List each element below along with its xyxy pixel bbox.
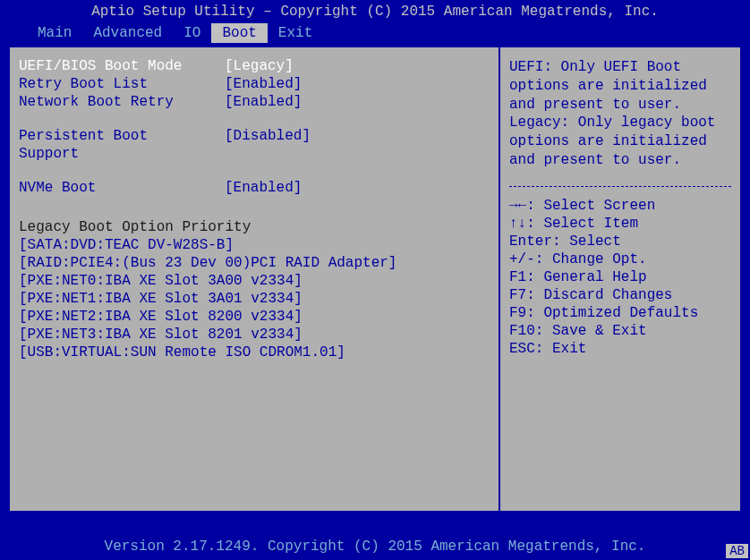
main-panel: UEFI/BIOS Boot Mode [Legacy] Retry Boot …: [9, 47, 499, 512]
setting-label: Support: [19, 146, 225, 162]
setting-retry-boot-list[interactable]: Retry Boot List [Enabled]: [19, 76, 490, 92]
menu-advanced[interactable]: Advanced: [82, 23, 173, 43]
setting-network-boot-retry[interactable]: Network Boot Retry [Enabled]: [19, 94, 490, 110]
boot-item[interactable]: [PXE:NET3:IBA XE Slot 8201 v2334]: [19, 327, 490, 343]
boot-item[interactable]: [PXE:NET1:IBA XE Slot 3A01 v2334]: [19, 291, 490, 307]
setting-value: [Disabled]: [225, 128, 311, 144]
key-hint-enter: Enter: Select: [509, 233, 731, 250]
menu-exit[interactable]: Exit: [268, 23, 323, 43]
setting-persistent-boot-support[interactable]: Persistent Boot [Disabled]: [19, 128, 490, 144]
boot-item[interactable]: [SATA:DVD:TEAC DV-W28S-B]: [19, 237, 490, 253]
divider: [509, 186, 731, 187]
key-hint-discard-changes: F7: Discard Changes: [509, 287, 731, 303]
boot-item[interactable]: [RAID:PCIE4:(Bus 23 Dev 00)PCI RAID Adap…: [19, 255, 490, 271]
setting-label: Retry Boot List: [19, 76, 225, 92]
setting-value: [Enabled]: [225, 76, 302, 92]
boot-item[interactable]: [PXE:NET2:IBA XE Slot 8200 v2334]: [19, 309, 490, 325]
setting-label: Network Boot Retry: [19, 94, 225, 110]
footer-text: Version 2.17.1249. Copyright (C) 2015 Am…: [0, 533, 750, 560]
menu-boot[interactable]: Boot: [211, 23, 267, 43]
menu-io[interactable]: IO: [173, 23, 211, 43]
key-hint-save-exit: F10: Save & Exit: [509, 323, 731, 339]
setting-value: [Legacy]: [225, 58, 294, 74]
setting-label: NVMe Boot: [19, 180, 225, 196]
key-hint-optimized-defaults: F9: Optimized Defaults: [509, 305, 731, 321]
boot-item[interactable]: [PXE:NET0:IBA XE Slot 3A00 v2334]: [19, 273, 490, 289]
menu-main[interactable]: Main: [27, 23, 82, 43]
setting-label: Persistent Boot: [19, 128, 225, 144]
setting-label: UEFI/BIOS Boot Mode: [19, 58, 225, 74]
menubar: Main Advanced IO Boot Exit: [0, 23, 750, 47]
setting-uefi-bios-boot-mode[interactable]: UEFI/BIOS Boot Mode [Legacy]: [19, 58, 490, 74]
key-hint-select-item: ↑↓: Select Item: [509, 216, 731, 232]
key-hint-general-help: F1: General Help: [509, 269, 731, 285]
setting-persistent-boot-support-line2: Support: [19, 146, 490, 162]
help-panel: UEFI: Only UEFI Boot options are initial…: [499, 47, 741, 512]
setting-value: [Enabled]: [225, 94, 302, 110]
help-text: UEFI: Only UEFI Boot options are initial…: [509, 58, 731, 170]
corner-label: AB: [726, 544, 748, 558]
boot-item[interactable]: [USB:VIRTUAL:SUN Remote ISO CDROM1.01]: [19, 344, 490, 361]
setting-value: [Enabled]: [225, 180, 302, 196]
boot-priority-header: Legacy Boot Option Priority: [19, 219, 490, 235]
content-area: UEFI/BIOS Boot Mode [Legacy] Retry Boot …: [9, 47, 741, 512]
header-title: Aptio Setup Utility – Copyright (C) 2015…: [0, 0, 750, 23]
key-hint-change-opt: +/-: Change Opt.: [509, 251, 731, 267]
key-hint-select-screen: →←: Select Screen: [509, 198, 731, 214]
setting-nvme-boot[interactable]: NVMe Boot [Enabled]: [19, 180, 490, 196]
key-hint-esc-exit: ESC: Exit: [509, 341, 731, 357]
